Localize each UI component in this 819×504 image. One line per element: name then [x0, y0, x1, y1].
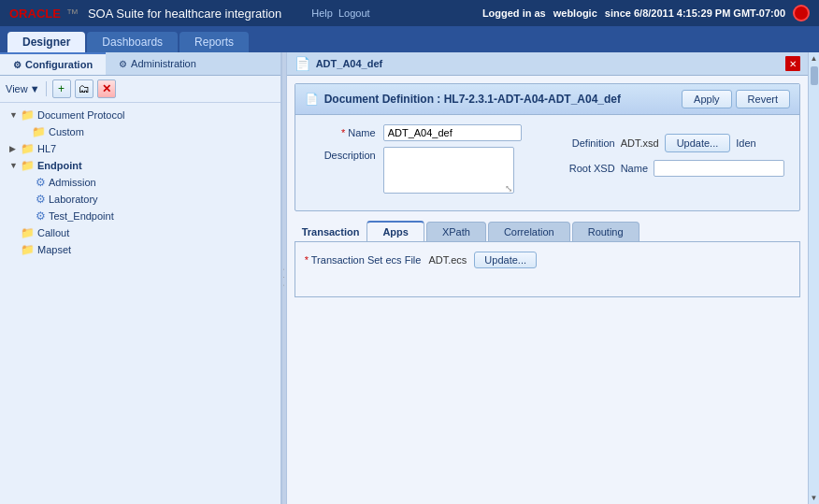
laboratory-label: Laboratory — [49, 194, 98, 205]
admission-label: Admission — [49, 177, 96, 188]
help-link[interactable]: Help — [311, 7, 333, 19]
tree-item-doc-protocol[interactable]: ▼ 📁 Document Protocol — [0, 107, 280, 123]
tab-dashboards[interactable]: Dashboards — [87, 32, 178, 52]
scroll-down-arrow[interactable]: ▼ — [809, 492, 819, 504]
doc-protocol-folder-icon: 📁 — [21, 108, 35, 122]
left-panel: ⚙ Configuration ⚙ Administration View ▼ … — [0, 52, 281, 504]
root-xsd-row: Root XSD Name — [540, 160, 784, 177]
tab-reports[interactable]: Reports — [180, 32, 249, 52]
top-bar: ORACLE ™ SOA Suite for healthcare integr… — [0, 0, 819, 26]
content-header-left: 📄 ADT_A04_def — [295, 56, 383, 71]
name-row: Name — [310, 124, 522, 141]
config-icon: ⚙ — [13, 60, 22, 70]
doc-def-icon: 📄 — [305, 93, 319, 106]
toolbar: View ▼ + 🗂 ✕ — [0, 76, 280, 103]
endpoint-label: Endpoint — [37, 160, 82, 171]
doc-def-header: 📄 Document Definition : HL7-2.3.1-ADT-A0… — [295, 84, 799, 115]
description-textarea[interactable] — [383, 147, 514, 194]
tree-item-callout[interactable]: 📁 Callout — [0, 224, 280, 241]
subtab-configuration[interactable]: ⚙ Configuration — [0, 52, 106, 75]
login-since: since 6/8/2011 4:15:29 PM GMT-07:00 — [605, 7, 785, 19]
callout-folder-icon: 📁 — [21, 226, 35, 239]
transaction-plain-label: Transaction — [295, 223, 367, 241]
main-area: ⚙ Configuration ⚙ Administration View ▼ … — [0, 52, 819, 504]
scroll-up-arrow[interactable]: ▲ — [809, 52, 819, 65]
tab-content-row: Transaction Set ecs File ADT.ecs Update.… — [305, 252, 790, 268]
logo-separator: ™ — [66, 7, 79, 21]
tree-item-laboratory[interactable]: ⚙ Laboratory — [0, 191, 280, 208]
tab-correlation[interactable]: Correlation — [488, 222, 570, 241]
tree: ▼ 📁 Document Protocol 📁 Custom ▶ 📁 HL7 — [0, 103, 280, 504]
root-xsd-input[interactable] — [654, 160, 784, 177]
form-area: Name Description ⤡ Definition — [295, 115, 799, 210]
hl7-folder-icon: 📁 — [21, 142, 35, 155]
add-button[interactable]: + — [52, 79, 71, 98]
test-endpoint-label: Test_Endpoint — [49, 210, 114, 222]
content-header: 📄 ADT_A04_def ✕ — [287, 52, 808, 76]
definition-label: Definition — [540, 137, 615, 149]
definition-value: ADT.xsd — [621, 137, 659, 149]
login-text: Logged in as — [482, 7, 546, 19]
view-dropdown[interactable]: View ▼ — [6, 83, 40, 94]
mapset-folder-icon: 📁 — [21, 243, 35, 256]
doc-def-title-text: Document Definition : HL7-2.3.1-ADT-A04-… — [324, 93, 621, 106]
subtab-configuration-label: Configuration — [25, 59, 93, 70]
custom-label: Custom — [49, 126, 84, 137]
name-input[interactable] — [383, 124, 522, 141]
definition-update-button[interactable]: Update... — [665, 134, 731, 152]
ecs-update-button[interactable]: Update... — [474, 252, 537, 268]
right-scrollbar: ▲ ▼ — [808, 52, 819, 504]
tab-designer[interactable]: Designer — [7, 32, 85, 52]
tabs-row: Transaction Apps XPath Correlation Routi… — [295, 219, 800, 241]
description-row: Description ⤡ — [310, 147, 522, 195]
description-label: Description — [310, 147, 376, 161]
root-xsd-label: Root XSD — [540, 163, 615, 174]
tree-item-admission[interactable]: ⚙ Admission — [0, 174, 280, 191]
apply-button[interactable]: Apply — [682, 90, 732, 108]
delete-button[interactable]: ✕ — [97, 79, 116, 98]
nav-tabs: Designer Dashboards Reports — [0, 26, 819, 52]
laboratory-gear-icon: ⚙ — [36, 193, 46, 206]
view-arrow-icon: ▼ — [30, 83, 40, 94]
tree-item-custom[interactable]: 📁 Custom — [0, 123, 280, 140]
textarea-resize-icon: ⤡ — [505, 183, 512, 194]
logout-link[interactable]: Logout — [338, 7, 370, 19]
scroll-thumb[interactable] — [811, 66, 818, 85]
custom-folder-icon: 📁 — [32, 125, 46, 138]
tab-apps[interactable]: Apps — [366, 221, 424, 241]
content-panel-title: ADT_A04_def — [316, 58, 383, 69]
sub-tabs: ⚙ Configuration ⚙ Administration — [0, 52, 280, 76]
admin-icon: ⚙ — [119, 59, 127, 69]
app-title: SOA Suite for healthcare integration — [88, 7, 281, 21]
tab-content-area: Transaction Set ecs File ADT.ecs Update.… — [295, 241, 800, 297]
top-bar-left: ORACLE ™ SOA Suite for healthcare integr… — [9, 7, 370, 21]
ecs-file-value: ADT.ecs — [428, 254, 467, 266]
doc-def-title: 📄 Document Definition : HL7-2.3.1-ADT-A0… — [305, 93, 621, 106]
form-left: Name Description ⤡ — [310, 124, 522, 201]
tree-item-endpoint[interactable]: ▼ 📁 Endpoint — [0, 157, 280, 174]
subtab-administration-label: Administration — [131, 58, 196, 69]
tree-item-test-endpoint[interactable]: ⚙ Test_Endpoint — [0, 208, 280, 224]
definition-row: Definition ADT.xsd Update... Iden — [540, 134, 784, 152]
mapset-label: Mapset — [37, 244, 71, 255]
iden-label: Iden — [736, 137, 755, 149]
tabs-container: Transaction Apps XPath Correlation Routi… — [295, 219, 800, 241]
folder-button[interactable]: 🗂 — [75, 79, 93, 98]
doc-def-actions: Apply Revert — [682, 90, 790, 108]
tab-xpath[interactable]: XPath — [426, 222, 486, 241]
hl7-label: HL7 — [37, 143, 56, 154]
right-panel: 📄 ADT_A04_def ✕ 📄 Document Definition : … — [287, 52, 808, 504]
doc-definition-panel: 📄 Document Definition : HL7-2.3.1-ADT-A0… — [295, 83, 800, 211]
subtab-administration[interactable]: ⚙ Administration — [106, 52, 209, 75]
view-label: View — [6, 83, 28, 94]
tree-item-mapset[interactable]: 📁 Mapset — [0, 241, 280, 258]
tab-routing[interactable]: Routing — [572, 222, 639, 241]
doc-protocol-label: Document Protocol — [37, 109, 125, 121]
revert-button[interactable]: Revert — [736, 90, 790, 108]
tree-item-hl7[interactable]: ▶ 📁 HL7 — [0, 140, 280, 157]
endpoint-arrow: ▼ — [9, 161, 21, 170]
panel-doc-icon: 📄 — [295, 56, 310, 71]
test-endpoint-gear-icon: ⚙ — [36, 209, 46, 223]
oracle-circle-icon — [793, 5, 810, 22]
content-close-button[interactable]: ✕ — [785, 56, 800, 71]
